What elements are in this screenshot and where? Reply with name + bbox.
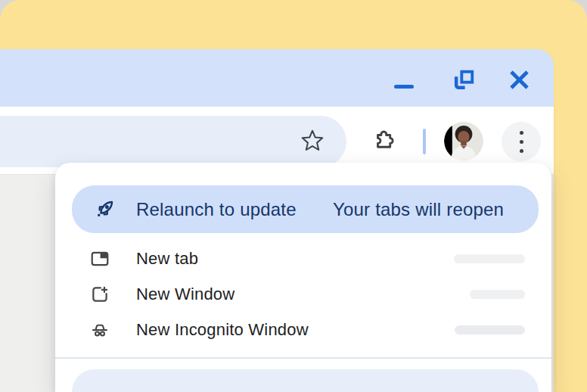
shortcut-placeholder-bar [454,254,525,263]
extensions-puzzle-icon [372,127,399,157]
restore-button[interactable] [452,69,475,92]
minimize-button[interactable] [394,85,414,89]
address-bar[interactable] [0,116,346,167]
profile-avatar[interactable] [444,122,483,161]
hero-canvas: Relaunch to update Your tabs will reopen… [0,0,587,392]
restore-icon [452,82,475,94]
relaunch-note: Your tabs will reopen [333,185,504,233]
menu-item-new-tab[interactable]: New tab [55,241,551,276]
close-button[interactable] [508,68,531,92]
menu-item-relaunch-to-update[interactable]: Relaunch to update Your tabs will reopen [72,185,539,233]
toolbar-divider [423,129,426,154]
menu-item-partially-visible[interactable] [72,369,539,392]
star-icon [300,129,325,155]
window-titlebar [0,49,554,107]
browser-menu-button[interactable] [502,122,541,161]
shortcut-placeholder-bar [470,290,525,299]
menu-item-new-incognito-window[interactable]: New Incognito Window [55,312,551,347]
close-icon [508,82,531,94]
rocket-icon [92,196,118,226]
new-window-icon [89,284,110,305]
relaunch-label: Relaunch to update [136,185,297,233]
extensions-button[interactable] [372,128,399,155]
bookmark-star-button[interactable] [300,129,325,154]
avatar-photo [444,122,483,161]
incognito-icon [89,319,110,341]
menu-item-label: New Window [136,285,234,304]
menu-separator [55,357,551,359]
menu-item-new-window[interactable]: New Window [55,276,551,312]
browser-dropdown-menu: Relaunch to update Your tabs will reopen… [55,163,551,392]
three-dot-menu-icon [520,131,523,135]
shortcut-placeholder-bar [455,325,525,334]
menu-item-label: New tab [136,249,198,269]
menu-item-label: New Incognito Window [136,320,309,340]
new-tab-icon [89,248,110,269]
